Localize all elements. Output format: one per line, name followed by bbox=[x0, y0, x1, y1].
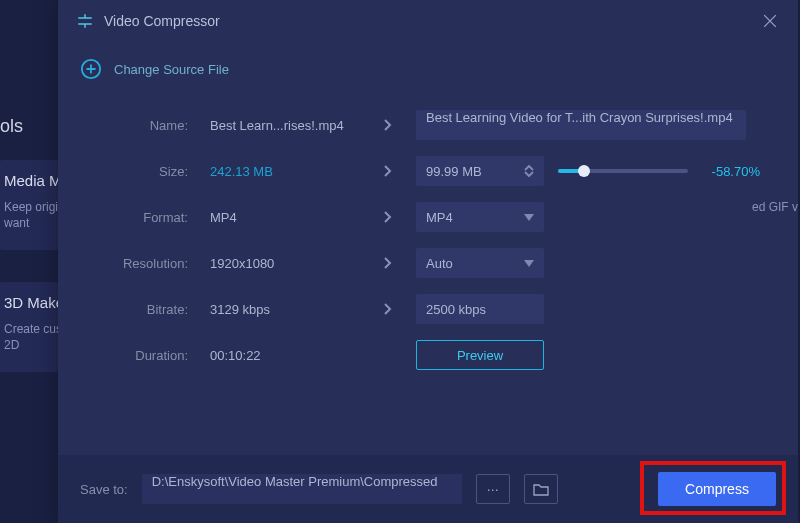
add-icon bbox=[80, 58, 102, 80]
size-slider[interactable] bbox=[558, 169, 688, 173]
row-name: Name: Best Learn...rises!.mp4 Best Learn… bbox=[92, 102, 764, 148]
resolution-value: 1920x1080 bbox=[210, 256, 360, 271]
open-folder-button[interactable] bbox=[524, 474, 558, 504]
resolution-select[interactable]: Auto bbox=[416, 248, 544, 278]
format-select[interactable]: MP4 bbox=[416, 202, 544, 232]
name-label: Name: bbox=[92, 118, 202, 133]
close-icon[interactable] bbox=[760, 11, 780, 31]
bg-gif-hint: ed GIF v bbox=[752, 200, 800, 214]
chevron-right-icon bbox=[382, 119, 394, 131]
footer: Save to: D:\Enskysoft\Video Master Premi… bbox=[58, 455, 798, 523]
row-bitrate: Bitrate: 3129 kbps 2500 kbps bbox=[92, 286, 764, 332]
row-duration: Duration: 00:10:22 Preview bbox=[92, 332, 764, 378]
row-size: Size: 242.13 MB 99.99 MB -58.70% bbox=[92, 148, 764, 194]
resolution-label: Resolution: bbox=[92, 256, 202, 271]
compressor-icon bbox=[76, 12, 94, 30]
change-source-label: Change Source File bbox=[114, 62, 229, 77]
size-value: 242.13 MB bbox=[210, 164, 360, 179]
chevron-right-icon bbox=[382, 303, 394, 315]
size-label: Size: bbox=[92, 164, 202, 179]
bg-card1-d2: want bbox=[4, 216, 29, 230]
caret-down-icon bbox=[524, 214, 534, 221]
resolution-select-value: Auto bbox=[426, 256, 453, 271]
titlebar: Video Compressor bbox=[58, 0, 798, 42]
change-source-row[interactable]: Change Source File bbox=[58, 42, 798, 102]
size-reduction-percent: -58.70% bbox=[700, 164, 760, 179]
output-size-value: 99.99 MB bbox=[426, 164, 482, 179]
duration-value: 00:10:22 bbox=[210, 348, 360, 363]
form: Name: Best Learn...rises!.mp4 Best Learn… bbox=[58, 102, 798, 378]
name-value: Best Learn...rises!.mp4 bbox=[210, 118, 360, 133]
caret-down-icon bbox=[524, 260, 534, 267]
size-slider-thumb[interactable] bbox=[578, 165, 590, 177]
compress-button[interactable]: Compress bbox=[658, 472, 776, 506]
more-button[interactable]: ··· bbox=[476, 474, 510, 504]
format-value: MP4 bbox=[210, 210, 360, 225]
preview-button[interactable]: Preview bbox=[416, 340, 544, 370]
bg-card1-d1: Keep origi bbox=[4, 200, 58, 214]
video-compressor-dialog: Video Compressor Change Source File Name… bbox=[58, 0, 798, 523]
output-name-input[interactable]: Best Learning Video for T...ith Crayon S… bbox=[416, 110, 746, 140]
bg-card2-d1: Create cus bbox=[4, 322, 62, 336]
output-bitrate-field[interactable]: 2500 kbps bbox=[416, 294, 544, 324]
row-format: Format: MP4 MP4 bbox=[92, 194, 764, 240]
bg-tools-label: ols bbox=[0, 116, 23, 137]
window-title: Video Compressor bbox=[104, 13, 760, 29]
chevron-down-icon[interactable] bbox=[524, 171, 534, 177]
folder-icon bbox=[533, 482, 549, 496]
bg-card2-d2: 2D bbox=[4, 338, 19, 352]
chevron-right-icon bbox=[382, 211, 394, 223]
output-bitrate-value: 2500 kbps bbox=[426, 302, 486, 317]
format-label: Format: bbox=[92, 210, 202, 225]
chevron-right-icon bbox=[382, 165, 394, 177]
save-path-input[interactable]: D:\Enskysoft\Video Master Premium\Compre… bbox=[142, 474, 462, 504]
chevron-right-icon bbox=[382, 257, 394, 269]
duration-label: Duration: bbox=[92, 348, 202, 363]
row-resolution: Resolution: 1920x1080 Auto bbox=[92, 240, 764, 286]
save-to-label: Save to: bbox=[80, 482, 128, 497]
bitrate-value: 3129 kbps bbox=[210, 302, 360, 317]
bitrate-label: Bitrate: bbox=[92, 302, 202, 317]
format-select-value: MP4 bbox=[426, 210, 453, 225]
output-size-spinner[interactable]: 99.99 MB bbox=[416, 156, 544, 186]
